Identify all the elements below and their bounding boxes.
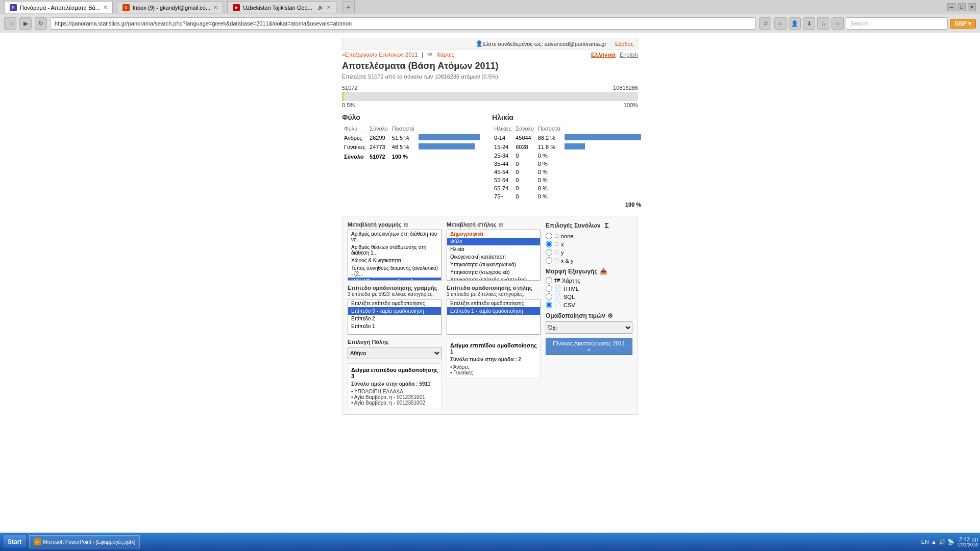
- row-grouping-item[interactable]: Επίπεδο 1: [348, 322, 441, 330]
- tab-panorama-close[interactable]: ✕: [103, 5, 107, 10]
- sample-col-items: Σύνολο τιμών στην ομάδα : 2 • Άνδρες • Γ…: [450, 357, 537, 375]
- export-radio-map[interactable]: [546, 277, 552, 284]
- minimize-button[interactable]: ─: [947, 3, 955, 11]
- export-radio-sql[interactable]: [546, 293, 552, 300]
- refresh-icon[interactable]: ↺: [759, 17, 771, 30]
- separator: |: [422, 52, 423, 58]
- age-row-bar: [562, 168, 643, 176]
- col-variable-item[interactable]: Υπηκοότητα (γεωγραφικά): [447, 268, 540, 276]
- export-radio-html[interactable]: [546, 285, 552, 292]
- age-row-label: 55-64: [492, 176, 513, 184]
- user-button[interactable]: 👤: [789, 17, 801, 30]
- col-variable-item[interactable]: Φύλο: [447, 238, 540, 245]
- col-variable-item[interactable]: Υπηκοότητα (συγκεντρωτικά): [447, 261, 540, 268]
- lang-greek[interactable]: Ελληνικά: [591, 52, 616, 58]
- age-row-value: 0: [513, 160, 536, 168]
- tab-youtube-close[interactable]: ✕: [327, 5, 331, 10]
- sum-x-label: x: [561, 241, 564, 247]
- row-variable-item[interactable]: Τόπος συνήθους διαμονής (αναλυτικό) - (2…: [348, 264, 441, 278]
- search-placeholder: Search: [850, 20, 868, 27]
- gender-row-value: 24773: [368, 142, 390, 152]
- gender-row-percent: 100 %: [390, 152, 416, 161]
- new-tab-button[interactable]: +: [342, 1, 355, 13]
- tab-panorama[interactable]: P Πανόραμα - Αποτελέσματα Βά... ✕: [4, 1, 113, 13]
- start-button[interactable]: Start: [2, 535, 27, 549]
- col-variable-item[interactable]: Οικογενειακή κατάσταση: [447, 253, 540, 261]
- url-bar[interactable]: https://panorama.statistics.gr/panorama/…: [50, 17, 756, 30]
- breadcrumb-link[interactable]: «Επεξεργασία Επιλογών 2011: [342, 52, 418, 58]
- bookmark-button[interactable]: ☆: [831, 17, 844, 30]
- gender-row-value: 26299: [368, 133, 390, 143]
- taskbar-tray: EN ▲ 🔊 📡: [921, 539, 954, 545]
- gender-title: Φύλο: [342, 113, 482, 121]
- col-variable-item[interactable]: Ηλικία: [447, 245, 540, 253]
- row-grouping-placeholder[interactable]: Επιλέξτε επίπεδο ομαδοποίησης: [348, 299, 441, 307]
- firefox-menu-button[interactable]: GBP ▾: [950, 19, 976, 29]
- logout-link[interactable]: Έξοδος: [615, 41, 633, 47]
- maximize-button[interactable]: □: [958, 3, 966, 11]
- tab-gmail-close[interactable]: ✕: [213, 5, 217, 10]
- row-grouping-listbox[interactable]: Επιλέξτε επίπεδο ομαδοποίησηςΕπίπεδο 3 -…: [348, 299, 442, 335]
- col-grouping-section: Επίπεδα ομαδοποίησης στήλης 1 επίπεδο με…: [447, 285, 541, 335]
- age-row-value: 0: [513, 168, 536, 176]
- tab-youtube[interactable]: ▶ Uzbekistan Tajikistan Geo... 🔊 ✕: [227, 1, 336, 13]
- taskbar-items: P Microsoft PowerPoint - [Εφαρμογές.pptx…: [29, 535, 140, 548]
- sample-row-items: Σύνολο τιμών στην ομάδα : 5911 • ΥΠΟΛΟΙΠ…: [351, 381, 438, 406]
- gender-row-bar: [416, 142, 482, 152]
- grouping-values-select[interactable]: Όχι: [546, 321, 632, 334]
- back-button[interactable]: ◀: [4, 17, 16, 30]
- city-select[interactable]: Αθήνα: [348, 347, 442, 359]
- age-row-value: 45044: [513, 133, 536, 143]
- refresh-button[interactable]: ↻: [35, 17, 47, 30]
- age-row-bar: [562, 184, 643, 192]
- col-grouping-listbox[interactable]: Επιλέξτε επίπεδο ομαδοποίησηςΕπίπεδο 1 -…: [447, 299, 541, 335]
- gender-row-label: Άνδρες: [342, 133, 368, 143]
- export-radio-csv[interactable]: [546, 302, 552, 308]
- age-row-label: 25-34: [492, 152, 513, 160]
- home-button[interactable]: ⌂: [817, 17, 829, 30]
- cross-table-button[interactable]: Πίνακας Διασταύρωσης 2011 »: [546, 338, 632, 355]
- col-variable-listbox[interactable]: ΔημογραφικάΦύλοΗλικίαΟικογενειακή κατάστ…: [447, 230, 541, 281]
- taskbar-clock: 2:42 μμ 17/2/2016: [958, 536, 978, 547]
- row-grouping-item[interactable]: Επίπεδο 2: [348, 315, 441, 322]
- sum-radio-x[interactable]: [546, 241, 552, 247]
- tab-youtube-favicon: ▶: [233, 4, 240, 11]
- col-grouping-item[interactable]: Επίπεδο 1 - καμία ομαδοποίηση: [447, 307, 540, 315]
- charts-link[interactable]: Χάρτες: [436, 52, 454, 58]
- gender-col2: Σύνολο: [368, 124, 390, 133]
- row-grouping-item[interactable]: Επίπεδο 3 - καμία ομαδοποίηση: [348, 307, 441, 315]
- gender-row-percent: 51.5 %: [390, 133, 416, 143]
- age-col2: Σύνολο: [513, 124, 536, 133]
- row-variable-listbox[interactable]: Αριθμός αυτοκινήτων στη διάθεση του νο..…: [348, 230, 442, 281]
- sample-col-item-1: • Άνδρες: [450, 364, 537, 370]
- tab-gmail[interactable]: G Inbox (9) - gkandyl@gmail.co... ✕: [117, 1, 223, 13]
- search-bar[interactable]: Search: [846, 17, 948, 30]
- col-variable-item[interactable]: Υπηκοότητα (επίπεδο ανάπτυξης): [447, 276, 540, 281]
- lang-english[interactable]: English: [620, 52, 638, 58]
- sample-row-item-2: • Αγία Βαρβάρα, η - 0012351001: [351, 394, 438, 400]
- age-row-label: 45-54: [492, 168, 513, 176]
- gender-col4: [416, 124, 482, 133]
- row-variable-item[interactable]: ΜΟΧΑΠ τόπου συνήθους διαμονής (2011): [348, 278, 441, 281]
- taskbar-item-powerpoint[interactable]: P Microsoft PowerPoint - [Εφαρμογές.pptx…: [29, 535, 140, 548]
- download-button[interactable]: ⬇: [803, 17, 815, 30]
- url-text: https://panorama.statistics.gr/panorama/…: [55, 20, 352, 27]
- forward-button[interactable]: ▶: [19, 17, 32, 30]
- row-variable-item[interactable]: Αριθμός θέσεων στάθμευσης στη διάθεση 1.…: [348, 243, 441, 257]
- export-html-label: HTML: [564, 286, 579, 292]
- sum-radio-y[interactable]: [546, 249, 552, 256]
- row-variable-item[interactable]: Χώρος & Κινητικότητα: [348, 257, 441, 264]
- sample-row-title: Δείγμα επιπέδου ομαδοποίησης 3: [351, 367, 438, 379]
- star-button[interactable]: ☆: [774, 17, 787, 30]
- sum-option-y: ☐ y: [546, 249, 632, 256]
- sum-radio-none[interactable]: [546, 233, 552, 239]
- age-table: Ηλικίες Σύνολο Ποσοστά 0-14 45044 88.2 %…: [492, 124, 643, 201]
- col-grouping-placeholder[interactable]: Επιλέξτε επίπεδο ομαδοποίησης: [447, 299, 540, 307]
- login-bar: 👤 Είστε συνδεδεμένος ως: advanced@panora…: [342, 38, 638, 49]
- tab-youtube-label: Uzbekistan Tajikistan Geo...: [243, 5, 312, 11]
- sum-radio-xy[interactable]: [546, 257, 552, 264]
- export-map: 🗺 Χάρτης: [546, 277, 632, 284]
- close-window-button[interactable]: ✕: [968, 3, 976, 11]
- sample-row-section: Δείγμα επιπέδου ομαδοποίησης 3 Σύνολο τι…: [348, 363, 442, 409]
- row-variable-item[interactable]: Αριθμός αυτοκινήτων στη διάθεση του νο..…: [348, 230, 441, 243]
